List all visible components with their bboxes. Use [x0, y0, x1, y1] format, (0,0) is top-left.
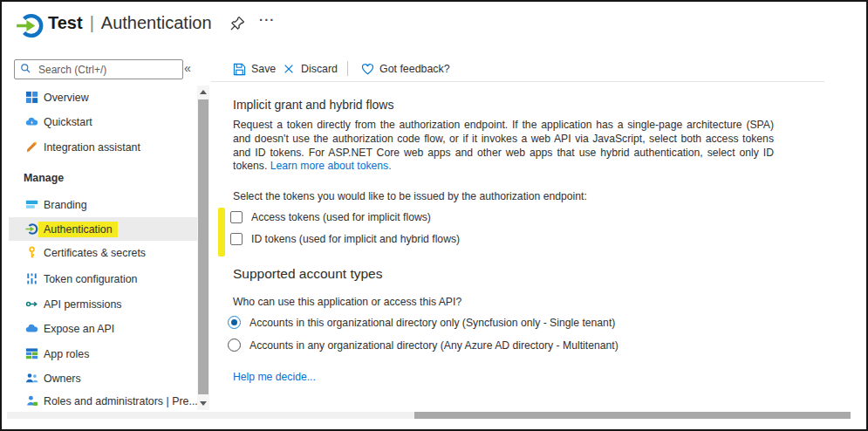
discard-x-icon — [283, 63, 296, 76]
sidebar-item-integration-assistant[interactable]: Integration assistant — [9, 135, 197, 159]
implicit-grant-heading: Implicit grant and hybrid flows — [233, 98, 393, 112]
authentication-icon — [25, 222, 38, 236]
sidebar-item-api-permissions[interactable]: API permissions — [9, 292, 197, 316]
sidebar-item-label: Quickstart — [44, 116, 92, 128]
single-tenant-radio[interactable] — [228, 316, 241, 329]
title-separator: | — [90, 13, 94, 33]
sidebar-item-app-roles[interactable]: App roles — [9, 342, 197, 366]
pin-icon[interactable] — [229, 15, 246, 31]
discard-button[interactable]: Discard — [283, 61, 338, 77]
more-options-button[interactable]: ... — [259, 9, 276, 24]
access-tokens-checkbox[interactable] — [230, 211, 243, 223]
help-me-decide-link[interactable]: Help me decide... — [233, 371, 316, 383]
azure-authentication-blade: Test | Authentication ... « Overview — [0, 0, 868, 431]
multitenant-row: Accounts in any organizational directory… — [228, 339, 619, 352]
access-tokens-row: Access tokens (used for implicit flows) — [230, 211, 431, 223]
supported-account-types-heading: Supported account types — [233, 266, 382, 282]
app-name: Test — [48, 13, 83, 33]
sidebar-item-label: Branding — [44, 199, 87, 211]
got-feedback-label: Got feedback? — [379, 63, 450, 75]
sidebar-item-overview[interactable]: Overview — [9, 86, 197, 109]
overview-grid-icon — [25, 91, 38, 104]
sidebar-item-quickstart[interactable]: Quickstart — [9, 110, 197, 133]
toolbar-divider — [347, 61, 348, 76]
sidebar-item-authentication[interactable]: Authentication — [9, 217, 197, 241]
token-configuration-icon — [25, 272, 38, 285]
id-tokens-label: ID tokens (used for implicit and hybrid … — [251, 233, 460, 245]
app-registration-icon — [16, 11, 44, 40]
toolbar-bottom-divider — [211, 81, 824, 82]
scroll-down-arrow-icon[interactable] — [200, 401, 207, 406]
sidebar-item-label: Owners — [44, 373, 81, 385]
sidebar-section-manage: Manage — [24, 172, 64, 184]
certificates-key-icon — [25, 246, 38, 259]
integration-assistant-pen-icon — [25, 140, 38, 154]
heart-icon — [361, 63, 374, 76]
search-input[interactable] — [37, 63, 171, 77]
sidebar-item-owners[interactable]: Owners — [9, 366, 197, 390]
page-title: Test | Authentication — [48, 13, 212, 33]
id-tokens-row: ID tokens (used for implicit and hybrid … — [230, 233, 460, 245]
sidebar-item-label: Token configuration — [44, 273, 137, 285]
access-tokens-label: Access tokens (used for implicit flows) — [251, 211, 431, 223]
single-tenant-label: Accounts in this organizational director… — [249, 317, 615, 329]
sidebar-item-label: Overview — [44, 92, 89, 104]
multitenant-radio[interactable] — [228, 339, 241, 352]
sidebar-item-label: Roles and administrators | Pre... — [44, 395, 198, 407]
single-tenant-row: Accounts in this organizational director… — [228, 316, 615, 329]
sidebar-item-certificates-secrets[interactable]: Certificates & secrets — [9, 241, 197, 264]
app-roles-grid-icon — [25, 347, 38, 360]
save-floppy-icon — [233, 63, 246, 76]
sidebar-item-label-highlighted: Authentication — [38, 222, 118, 237]
id-tokens-checkbox[interactable] — [230, 233, 243, 245]
got-feedback-button[interactable]: Got feedback? — [361, 61, 450, 77]
save-label: Save — [251, 63, 276, 75]
roles-admins-person-icon — [25, 394, 38, 407]
implicit-grant-description: Request a token directly from the author… — [233, 119, 774, 174]
select-tokens-prompt: Select the tokens you would like to be i… — [233, 190, 587, 202]
quickstart-cloud-icon — [25, 115, 38, 128]
owners-people-icon — [25, 372, 38, 385]
horizontal-scrollbar-thumb[interactable] — [414, 412, 851, 419]
blade-name: Authentication — [101, 13, 212, 33]
api-permissions-icon — [25, 298, 38, 311]
collapse-sidebar-button[interactable]: « — [184, 61, 191, 75]
multitenant-label: Accounts in any organizational directory… — [249, 339, 619, 352]
highlight-marker-stripe — [218, 208, 225, 257]
sidebar-item-label: API permissions — [44, 298, 122, 311]
sidebar-item-roles-administrators[interactable]: Roles and administrators | Pre... — [9, 391, 197, 411]
sidebar-scrollbar-thumb[interactable] — [198, 99, 208, 394]
sidebar-item-label: App roles — [44, 348, 89, 360]
sidebar-item-token-configuration[interactable]: Token configuration — [9, 267, 197, 291]
sidebar-item-label: Expose an API — [44, 323, 114, 335]
branding-icon — [25, 198, 38, 211]
expose-api-cloud-icon — [25, 322, 38, 335]
discard-label: Discard — [301, 63, 338, 75]
learn-more-tokens-link[interactable]: Learn more about tokens. — [270, 160, 392, 172]
sidebar-item-branding[interactable]: Branding — [9, 193, 197, 216]
sidebar-item-expose-an-api[interactable]: Expose an API — [9, 317, 197, 340]
save-button[interactable]: Save — [233, 61, 276, 77]
scroll-up-arrow-icon[interactable] — [200, 90, 207, 94]
sidebar-vertical-scrollbar[interactable] — [197, 86, 209, 410]
who-can-use-question: Who can use this application or access t… — [233, 296, 461, 308]
sidebar-item-label: Certificates & secrets — [44, 247, 146, 259]
sidebar-search[interactable] — [14, 59, 183, 79]
sidebar-item-label: Integration assistant — [44, 141, 140, 154]
search-icon — [20, 62, 31, 78]
